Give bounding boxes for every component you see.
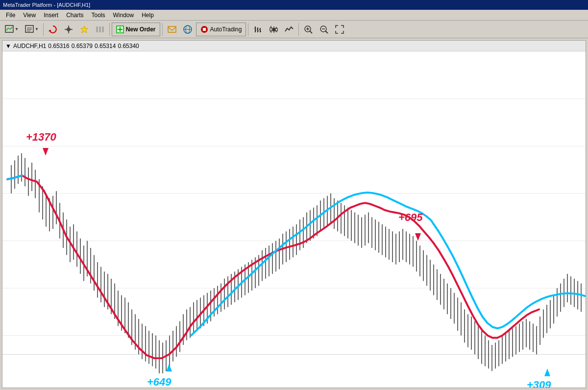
chart-ask: 0.65379 (72, 43, 93, 49)
menu-file[interactable]: File (2, 11, 19, 20)
chart-bid: 0.65316 (48, 43, 69, 49)
menu-charts[interactable]: Charts (62, 11, 87, 20)
template-dropdown[interactable]: ▼ (35, 27, 39, 31)
sep-4 (248, 23, 248, 36)
sep-1 (43, 23, 44, 36)
menu-tools[interactable]: Tools (88, 11, 109, 20)
svg-marker-8 (49, 29, 51, 31)
autotrading-button[interactable]: AutoTrading (196, 23, 246, 36)
signal-309-label: +309 (527, 379, 551, 388)
full-chart-button[interactable] (332, 23, 347, 36)
toolbar: ▼ ▼ (0, 21, 588, 38)
menu-view[interactable]: View (19, 11, 40, 20)
new-order-label: New Order (126, 26, 156, 33)
new-order-button[interactable]: New Order (112, 23, 160, 36)
candle-chart-button[interactable] (266, 23, 281, 36)
signal-695-label: +695 (398, 211, 423, 223)
email-button[interactable] (165, 23, 179, 36)
menu-help[interactable]: Help (138, 11, 158, 20)
svg-rect-4 (25, 25, 33, 32)
menu-bar: File View Insert Charts Tools Window Hel… (0, 10, 588, 21)
browser-button[interactable] (180, 23, 195, 36)
main-area: ▼ AUDCHF,H1 0.65316 0.65379 0.65314 0.65… (0, 38, 588, 390)
svg-rect-34 (270, 28, 272, 31)
chart-area[interactable]: +1370 +649 +695 +309 (2, 51, 586, 388)
svg-rect-12 (96, 26, 98, 32)
zoom-in-button[interactable] (301, 23, 316, 36)
sep-5 (298, 23, 299, 36)
signal-1370-label: +1370 (26, 131, 56, 143)
svg-line-44 (325, 31, 328, 33)
title-text: MetaTrader Platform - [AUDCHF,H1] (3, 2, 90, 8)
svg-rect-38 (275, 28, 277, 31)
new-chart-dropdown[interactable]: ▼ (15, 27, 19, 31)
title-bar: MetaTrader Platform - [AUDCHF,H1] (0, 0, 588, 10)
svg-rect-23 (203, 28, 206, 31)
signal-649-label: +649 (147, 376, 172, 388)
period-sep-button[interactable] (93, 23, 107, 36)
chart-header: ▼ AUDCHF,H1 0.65316 0.65379 0.65314 0.65… (2, 41, 586, 51)
chart-high: 0.65340 (118, 43, 139, 49)
template-button[interactable]: ▼ (22, 23, 41, 36)
crosshair-button[interactable] (61, 23, 76, 36)
svg-line-2 (8, 28, 10, 29)
svg-line-1 (6, 28, 8, 30)
new-chart-button[interactable]: ▼ (2, 23, 21, 36)
favorites-button[interactable] (77, 23, 92, 36)
bar-chart-button[interactable] (250, 23, 265, 36)
svg-rect-36 (273, 28, 275, 31)
menu-insert[interactable]: Insert (40, 11, 62, 20)
svg-rect-18 (168, 26, 176, 32)
sep-2 (109, 23, 110, 36)
menu-window[interactable]: Window (109, 11, 138, 20)
zoom-out-button[interactable] (317, 23, 331, 36)
line-chart-button[interactable] (282, 23, 296, 36)
svg-rect-13 (99, 26, 101, 32)
chart-svg: +1370 +649 +695 +309 (2, 51, 586, 388)
refresh-button[interactable] (46, 23, 60, 36)
svg-rect-14 (102, 26, 104, 32)
chart-container[interactable]: ▼ AUDCHF,H1 0.65316 0.65379 0.65314 0.65… (2, 40, 586, 388)
svg-line-3 (10, 27, 12, 29)
autotrading-label: AutoTrading (210, 26, 242, 33)
chart-low: 0.65314 (95, 43, 116, 49)
sep-3 (162, 23, 163, 36)
svg-line-40 (310, 31, 312, 33)
chart-header-indicator: ▼ (5, 43, 11, 49)
chart-symbol: AUDCHF,H1 (13, 43, 46, 49)
